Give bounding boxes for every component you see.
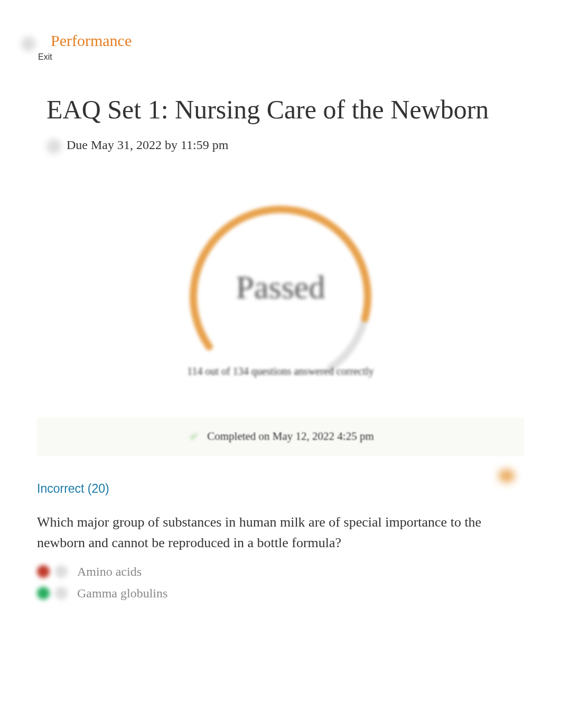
check-icon <box>187 430 201 444</box>
page-title: EAQ Set 1: Nursing Care of the Newborn <box>46 94 524 125</box>
progress-container: Passed 114 out of 134 questions answered… <box>37 201 524 377</box>
radio-blur-icon <box>55 587 68 600</box>
answer-row-incorrect: Amino acids <box>37 565 524 579</box>
answer-text: Amino acids <box>77 565 142 579</box>
incorrect-indicator-icon <box>37 565 50 578</box>
header-row: Performance <box>37 32 524 51</box>
answer-text: Gamma globulins <box>77 586 167 601</box>
right-blur-icon <box>499 469 515 482</box>
progress-status-label: Passed <box>236 268 325 306</box>
correct-indicator-icon <box>37 587 50 600</box>
due-text: Due May 31, 2022 by 11:59 pm <box>67 138 228 152</box>
question-text: Which major group of substances in human… <box>37 512 524 553</box>
header-blur-icon <box>21 36 36 51</box>
incorrect-row: Incorrect (20) <box>37 456 524 496</box>
due-blur-icon <box>46 139 61 154</box>
due-line: Due May 31, 2022 by 11:59 pm <box>46 138 524 153</box>
incorrect-heading[interactable]: Incorrect (20) <box>37 482 109 496</box>
completion-banner: Completed on May 12, 2022 4:25 pm <box>37 417 524 456</box>
progress-subtitle: 114 out of 134 questions answered correc… <box>187 365 374 377</box>
exit-link[interactable]: Exit <box>38 52 524 62</box>
radio-blur-icon <box>55 565 68 578</box>
progress-circle: Passed <box>185 201 376 392</box>
completion-text: Completed on May 12, 2022 4:25 pm <box>207 430 374 443</box>
answer-row-correct: Gamma globulins <box>37 586 524 601</box>
performance-link[interactable]: Performance <box>51 32 132 49</box>
